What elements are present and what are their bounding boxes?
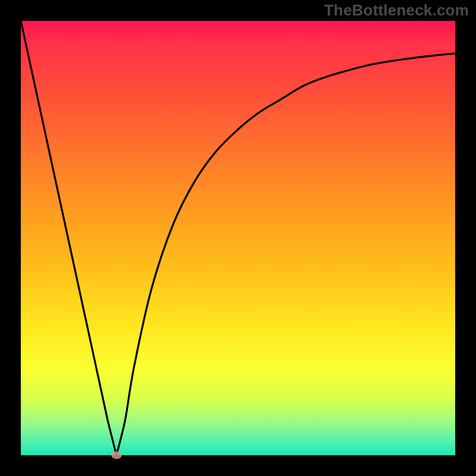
minimum-marker <box>111 452 122 459</box>
chart-frame: TheBottleneck.com <box>0 0 476 476</box>
plot-area <box>21 21 455 455</box>
watermark-label: TheBottleneck.com <box>324 1 469 20</box>
curve-svg <box>21 21 455 455</box>
bottleneck-curve <box>21 21 455 455</box>
